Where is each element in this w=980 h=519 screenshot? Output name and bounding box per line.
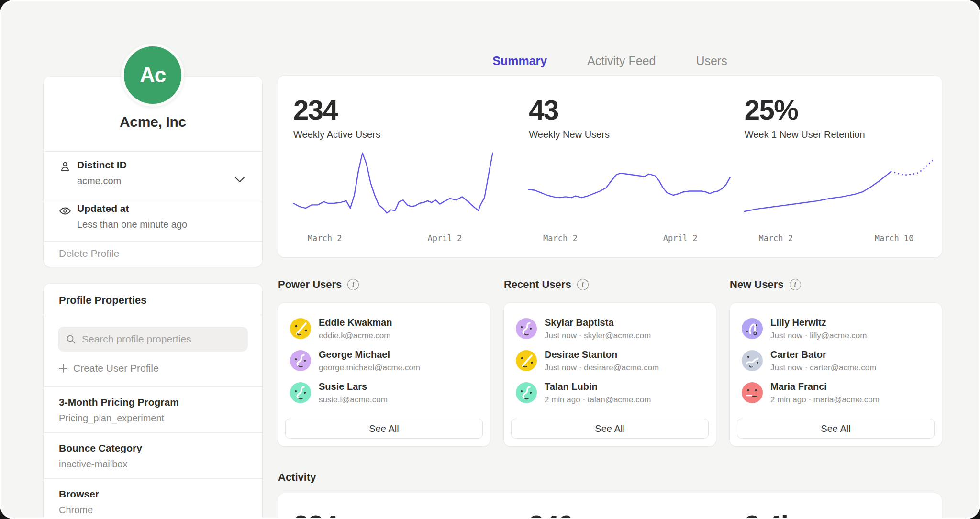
divider (44, 315, 262, 315)
x-tick: April 2 (663, 233, 698, 243)
distinct-id-label: Distinct ID (77, 159, 127, 171)
property-name: Browser (59, 488, 99, 500)
property-value: inactive-mailbox (59, 459, 127, 470)
property-value: Chrome (59, 505, 93, 516)
user-name: Carter Bator (770, 349, 826, 360)
info-icon[interactable]: i (790, 279, 801, 290)
activity-stat-value: 940 (529, 511, 720, 519)
user-avatar (290, 318, 311, 339)
user-detail: Just now · lilly@acme.com (770, 331, 867, 341)
create-user-profile-label: Create User Profile (73, 363, 159, 374)
activity-card: 234 940 3.4k (278, 493, 942, 519)
section-power-users: Power Users i Eddie Kwakman eddie.k@acme… (278, 278, 490, 446)
user-detail: 2 min ago · maria@acme.com (770, 395, 880, 405)
property-name: 3-Month Pricing Program (59, 397, 179, 408)
user-row[interactable]: Susie Lars susie.l@acme.com (290, 381, 480, 406)
stat-value: 25% (745, 96, 942, 124)
see-all-button[interactable]: See All (511, 419, 709, 439)
user-row[interactable]: Talan Lubin 2 min ago · talan@acme.com (516, 381, 706, 406)
user-avatar (516, 382, 537, 403)
tab-activity-feed[interactable]: Activity Feed (587, 54, 656, 71)
tab-summary[interactable]: Summary (492, 54, 547, 71)
user-avatar (742, 350, 763, 371)
user-avatar (290, 350, 311, 371)
plus-icon (59, 364, 67, 373)
property-name: Bounce Category (59, 442, 142, 454)
company-name: Acme, Inc (44, 114, 262, 130)
section-recent-users: Recent Users i Skylar Baptista Just now … (504, 278, 716, 446)
user-avatar (290, 382, 311, 403)
power-users-card: Eddie Kwakman eddie.k@acme.com George Mi… (278, 303, 490, 446)
user-name: Susie Lars (319, 381, 367, 392)
user-detail: george.michael@acme.com (319, 363, 420, 373)
section-title: Power Users (278, 278, 342, 291)
search-input[interactable] (82, 327, 240, 352)
user-detail: eddie.k@acme.com (319, 331, 391, 341)
stat-value: 234 (293, 96, 499, 124)
recent-users-card: Skylar Baptista Just now · skyler@acme.c… (504, 303, 716, 446)
x-tick: March 2 (543, 233, 578, 243)
see-all-button[interactable]: See All (285, 419, 483, 439)
company-avatar-initials: Ac (140, 63, 166, 87)
chart-x-axis: March 2 April 2 (529, 233, 732, 245)
weekly-new-users-chart (529, 146, 732, 228)
distinct-id-value: acme.com (77, 176, 121, 187)
user-row[interactable]: Skylar Baptista Just now · skyler@acme.c… (516, 317, 706, 342)
user-detail: Just now · carter@acme.com (770, 363, 876, 373)
search-icon (66, 334, 76, 344)
stat-label: Week 1 New User Retention (745, 129, 942, 140)
property-row-bounce-category[interactable]: Bounce Category inactive-mailbox (44, 433, 262, 478)
user-avatar (742, 382, 763, 403)
stat-label: Weekly Active Users (293, 129, 499, 140)
stat-label: Weekly New Users (529, 129, 720, 140)
user-avatar (742, 318, 763, 339)
divider (44, 151, 262, 152)
user-avatar (516, 350, 537, 371)
stat-weekly-active-users: 234 Weekly Active Users March 2 April 2 (278, 76, 499, 257)
company-avatar: Ac (121, 44, 184, 107)
user-detail: 2 min ago · talan@acme.com (545, 395, 651, 405)
chevron-down-icon[interactable] (234, 177, 245, 183)
distinct-id-row[interactable]: Distinct ID acme.com (44, 159, 262, 202)
user-row[interactable]: Desirae Stanton Just now · desirare@acme… (516, 349, 706, 374)
user-row[interactable]: Lilly Herwitz Just now · lilly@acme.com (742, 317, 932, 342)
profile-properties-title: Profile Properties (59, 294, 146, 307)
weekly-active-users-chart (293, 146, 497, 228)
person-icon (59, 160, 71, 173)
user-name: Skylar Baptista (545, 317, 614, 328)
profile-properties-card: Profile Properties Create User Profile 3… (44, 284, 262, 519)
user-row[interactable]: Eddie Kwakman eddie.k@acme.com (290, 317, 480, 342)
stat-value: 43 (529, 96, 720, 124)
x-tick: March 2 (758, 233, 793, 243)
info-icon[interactable]: i (347, 279, 359, 290)
property-row-browser[interactable]: Browser Chrome (44, 479, 262, 519)
tab-bar: Summary Activity Feed Users (278, 54, 942, 71)
create-user-profile-button[interactable]: Create User Profile (59, 363, 159, 374)
updated-at-label: Updated at (77, 203, 129, 214)
x-tick: March 10 (875, 233, 914, 243)
info-icon[interactable]: i (577, 279, 589, 290)
property-value: Pricing_plan_experiment (59, 413, 164, 424)
divider (44, 241, 262, 242)
activity-stat-value: 3.4k (745, 511, 942, 519)
eye-icon (59, 205, 71, 217)
user-row[interactable]: Maria Franci 2 min ago · maria@acme.com (742, 381, 932, 406)
user-name: Maria Franci (770, 381, 827, 392)
user-name: Eddie Kwakman (319, 317, 392, 328)
tab-users[interactable]: Users (696, 54, 727, 71)
see-all-button[interactable]: See All (737, 419, 935, 439)
section-title: New Users (730, 278, 784, 291)
activity-stat-value: 234 (293, 511, 499, 519)
property-row-pricing-program[interactable]: 3-Month Pricing Program Pricing_plan_exp… (44, 387, 262, 432)
divider (44, 202, 262, 202)
new-users-card: Lilly Herwitz Just now · lilly@acme.com … (730, 303, 942, 446)
chart-x-axis: March 2 April 2 (293, 233, 497, 245)
delete-profile-button[interactable]: Delete Profile (59, 248, 119, 259)
chart-x-axis: March 2 March 10 (745, 233, 948, 245)
app-frame: Ac Acme, Inc Distinct ID acme.com (0, 0, 980, 519)
user-row[interactable]: Carter Bator Just now · carter@acme.com (742, 349, 932, 374)
user-name: Desirae Stanton (545, 349, 617, 360)
user-row[interactable]: George Michael george.michael@acme.com (290, 349, 480, 374)
user-sections: Power Users i Eddie Kwakman eddie.k@acme… (278, 278, 942, 446)
updated-at-row: Updated at Less than one minute ago (44, 203, 262, 246)
